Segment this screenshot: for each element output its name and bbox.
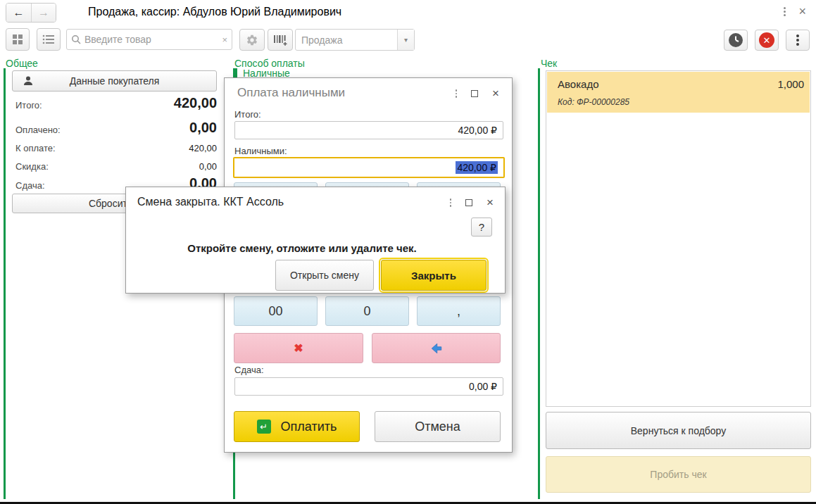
titlebar: ← → Продажа, кассир: Абдулов Юрий Владим… <box>0 0 816 25</box>
item-quantity: 1,000 <box>777 78 804 90</box>
dialog-change-label: Сдача: <box>234 365 264 375</box>
product-search-field[interactable]: × <box>66 29 232 50</box>
print-receipt-button: Пробить чек <box>546 456 811 493</box>
numpad-backspace-button[interactable] <box>372 333 501 363</box>
discount-label: Скидка: <box>15 161 49 172</box>
tiles-view-button[interactable] <box>6 28 30 51</box>
shift-dialog-message: Откройте смену, отложите или удалите чек… <box>126 242 478 254</box>
backspace-arrow-icon <box>430 343 443 354</box>
dialog-maximize-icon[interactable] <box>471 90 478 97</box>
clear-cross-icon: ✖ <box>294 341 303 355</box>
back-button[interactable]: ← <box>6 4 31 22</box>
nav-button-group: ← → <box>6 3 56 23</box>
shift-dialog-maximize-icon[interactable] <box>465 199 472 206</box>
return-to-selection-label: Вернуться к подбору <box>631 425 727 436</box>
dialog-change-input[interactable]: 0,00 ₽ <box>234 377 503 396</box>
close-dialog-label: Закрыть <box>411 270 456 282</box>
list-icon <box>42 34 55 44</box>
receipt-item-card[interactable]: Авокадо 1,000 Код: ФР-00000285 <box>547 72 810 113</box>
help-button[interactable]: ? <box>471 218 492 237</box>
numpad-key-comma[interactable]: , <box>417 296 501 326</box>
shift-dialog-title: Смена закрыта. ККТ Ассоль <box>137 196 284 208</box>
dialog-cash-label: Наличными: <box>234 146 287 156</box>
help-button-label: ? <box>479 221 484 233</box>
total-value: 420,00 <box>174 95 217 111</box>
dialog-menu-icon[interactable] <box>456 89 458 98</box>
close-shift-button[interactable]: ✕ <box>755 30 779 51</box>
more-actions-button[interactable] <box>786 30 810 51</box>
red-cross-icon: ✕ <box>759 32 774 48</box>
settings-button[interactable] <box>239 29 265 51</box>
tiles-icon <box>12 34 23 45</box>
cash-dialog-title: Оплата наличными <box>237 86 345 100</box>
return-to-selection-button[interactable]: Вернуться к подбору <box>546 412 811 449</box>
cancel-button-label: Отмена <box>415 420 460 434</box>
customer-data-label: Данные покупателя <box>70 75 160 87</box>
forward-button[interactable]: → <box>31 4 56 22</box>
close-dialog-button[interactable]: Закрыть <box>381 260 487 291</box>
sale-mode-select[interactable]: Продажа ▾ <box>295 29 415 51</box>
numpad-key-00[interactable]: 00 <box>234 296 318 326</box>
discount-value: 0,00 <box>199 161 217 172</box>
list-view-button[interactable] <box>37 28 61 51</box>
barcode-icon <box>273 34 287 46</box>
search-icon <box>71 34 81 44</box>
kebab-menu-icon <box>796 33 799 47</box>
forward-arrow-icon: → <box>38 6 49 19</box>
customer-data-button[interactable]: Данные покупателя <box>12 70 217 92</box>
dialog-total-label: Итого: <box>234 109 261 120</box>
open-shift-button[interactable]: Открыть смену <box>275 260 374 291</box>
clock-icon <box>727 32 744 49</box>
person-icon <box>23 75 34 87</box>
cancel-button[interactable]: Отмена <box>375 411 501 442</box>
search-input[interactable] <box>84 34 222 45</box>
chevron-down-icon[interactable]: ▾ <box>397 30 414 50</box>
dialog-total-value: 420,00 ₽ <box>458 125 497 136</box>
back-arrow-icon: ← <box>13 6 25 19</box>
general-panel-accent-line <box>4 68 6 499</box>
dialog-total-input[interactable]: 420,00 ₽ <box>234 121 503 139</box>
receipt-panel-accent-line <box>538 68 540 499</box>
window-close-icon[interactable]: × <box>798 6 806 16</box>
print-receipt-label: Пробить чек <box>650 469 706 480</box>
page-title: Продажа, кассир: Абдулов Юрий Владимиров… <box>88 6 341 18</box>
shift-closed-dialog: Смена закрыта. ККТ Ассоль × ? Откройте с… <box>125 187 506 294</box>
numpad-clear-button[interactable]: ✖ <box>234 333 363 363</box>
receipt-item-list[interactable]: Авокадо 1,000 Код: ФР-00000285 <box>546 70 811 407</box>
paid-label: Оплачено: <box>15 125 61 135</box>
shift-dialog-close-icon[interactable]: × <box>487 199 494 207</box>
to-pay-label: К оплате: <box>15 143 56 153</box>
dialog-change-value: 0,00 ₽ <box>469 381 497 392</box>
dialog-cash-value: 420,00 ₽ <box>456 161 498 174</box>
sale-mode-value: Продажа <box>296 34 397 46</box>
open-shift-label: Открыть смену <box>290 270 359 281</box>
dialog-close-icon[interactable]: × <box>492 89 499 98</box>
general-header: Общее <box>6 58 38 69</box>
paid-value: 0,00 <box>189 120 217 136</box>
total-label: Итого: <box>15 100 42 111</box>
gear-icon <box>246 34 258 46</box>
pay-button[interactable]: ↵ Оплатить <box>234 411 360 442</box>
item-code: Код: ФР-00000285 <box>558 97 629 107</box>
dialog-cash-input[interactable]: 420,00 ₽ <box>233 157 505 178</box>
shift-time-button[interactable] <box>724 30 748 51</box>
enter-key-icon: ↵ <box>257 420 271 434</box>
shift-dialog-menu-icon[interactable] <box>450 199 452 207</box>
item-name: Авокадо <box>558 78 598 90</box>
barcode-scan-button[interactable] <box>268 29 293 51</box>
search-clear-icon[interactable]: × <box>222 34 227 45</box>
receipt-header: Чек <box>541 58 557 69</box>
pay-button-label: Оплатить <box>281 420 337 434</box>
window-menu-icon[interactable] <box>784 7 786 16</box>
numpad-key-0[interactable]: 0 <box>325 296 409 326</box>
change-label: Сдача: <box>15 180 45 191</box>
to-pay-value: 420,00 <box>189 143 217 153</box>
